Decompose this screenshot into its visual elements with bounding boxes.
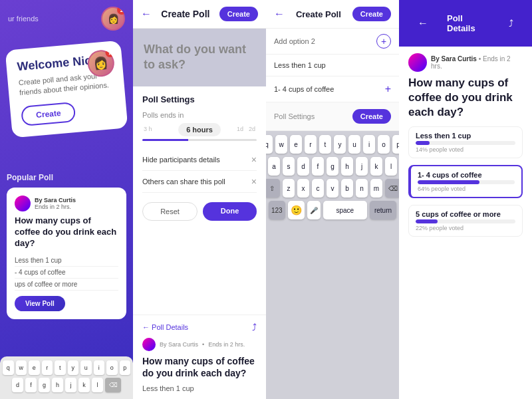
- key-i[interactable]: i: [94, 360, 105, 375]
- hide-participants-toggle[interactable]: Hide participants details ×: [142, 149, 257, 171]
- mini-poll-question: How many cups of coffee do you drink eac…: [142, 355, 257, 379]
- selected-time[interactable]: 6 hours: [178, 123, 221, 136]
- key-k[interactable]: k: [78, 378, 90, 392]
- back-from-options[interactable]: ←: [274, 8, 285, 20]
- kb-j[interactable]: j: [356, 157, 368, 176]
- kb-c[interactable]: c: [312, 179, 324, 198]
- kb-h[interactable]: h: [341, 157, 353, 176]
- key-w[interactable]: w: [16, 360, 27, 375]
- kb-r[interactable]: r: [305, 135, 317, 154]
- key-g[interactable]: g: [39, 378, 50, 392]
- kb-mic[interactable]: 🎤: [307, 201, 321, 219]
- details-author-row: By Sara Curtis • Ends in 2 hrs.: [399, 47, 532, 76]
- create-top-bar: ← Create Poll Create: [133, 0, 266, 29]
- popular-poll-section: Popular Poll By Sara Curtis Ends in 2 hr…: [7, 173, 126, 323]
- vote-option-3[interactable]: 5 cups of coffee or more 22% people vote…: [408, 205, 523, 237]
- kb-x[interactable]: x: [297, 179, 309, 198]
- keyboard-row-4: 123 🙂 🎤 space return: [269, 201, 396, 219]
- kb-emoji[interactable]: 🙂: [288, 201, 305, 219]
- kb-b[interactable]: b: [341, 179, 353, 198]
- kb-y[interactable]: y: [334, 135, 346, 154]
- details-author-meta: By Sara Curtis • Ends in 2 hrs.: [431, 55, 523, 70]
- key-y[interactable]: y: [68, 360, 79, 375]
- create-poll-title: Create Poll: [161, 9, 209, 19]
- question-area[interactable]: What do you want to ask?: [133, 29, 266, 86]
- poll-details-back[interactable]: ← Poll Details: [142, 323, 188, 331]
- poll-details-share-icon[interactable]: ⤴: [252, 322, 257, 332]
- key-f[interactable]: f: [25, 378, 37, 392]
- add-option-row: Add option 2 +: [266, 29, 399, 55]
- option-2-plus[interactable]: +: [385, 83, 391, 95]
- key-d[interactable]: d: [12, 378, 23, 392]
- vote-option-2[interactable]: 1- 4 cups of coffee 64% people voted: [408, 165, 523, 198]
- create-button-home[interactable]: Create: [21, 102, 76, 126]
- mini-dot: •: [202, 341, 204, 348]
- poll-settings-create-btn[interactable]: Create: [352, 109, 391, 124]
- kb-u[interactable]: u: [348, 135, 360, 154]
- key-r[interactable]: r: [42, 360, 53, 375]
- kb-o[interactable]: o: [378, 135, 390, 154]
- kb-g[interactable]: g: [327, 157, 338, 176]
- kb-m[interactable]: m: [370, 179, 382, 198]
- vote-option-1[interactable]: Less then 1 cup 14% people voted: [408, 126, 523, 158]
- poll-option-1: Less then 1 cup: [15, 255, 118, 267]
- kb-i[interactable]: i: [363, 135, 375, 154]
- done-button[interactable]: Done: [203, 202, 257, 221]
- author-name: By Sara Curtis: [35, 197, 76, 203]
- share-x[interactable]: ×: [251, 176, 257, 187]
- kb-f[interactable]: f: [312, 157, 324, 176]
- kb-l[interactable]: l: [385, 157, 397, 176]
- kb-k[interactable]: k: [370, 157, 382, 176]
- key-h[interactable]: h: [52, 378, 63, 392]
- share-toggle[interactable]: Others can share this poll ×: [142, 171, 257, 193]
- key-t[interactable]: t: [55, 360, 66, 375]
- key-e[interactable]: e: [29, 360, 40, 375]
- back-arrow-icon[interactable]: ←: [141, 8, 152, 20]
- kb-t[interactable]: t: [319, 135, 331, 154]
- create-poll-button[interactable]: Create: [219, 7, 258, 21]
- poll-settings-section: Poll Settings Polls ends in 3 h 6 hours …: [133, 86, 266, 315]
- poll-details-header: ← Poll Details ⤴: [399, 0, 532, 47]
- kb-d[interactable]: d: [297, 157, 309, 176]
- vote-bar-1-container: [416, 141, 515, 145]
- view-poll-button[interactable]: View Poll: [15, 296, 65, 311]
- vote-bar-2-container: [418, 180, 515, 184]
- keyboard-row-3: ⇧ z x c v b n m ⌫: [269, 179, 396, 198]
- key-j[interactable]: j: [65, 378, 76, 392]
- delete-key[interactable]: ⌫: [105, 378, 121, 392]
- hide-participants-x[interactable]: ×: [251, 154, 257, 165]
- kb-return[interactable]: return: [370, 201, 396, 219]
- kb-a[interactable]: a: [268, 157, 280, 176]
- vote-bar-1: [416, 141, 430, 145]
- details-back-arrow[interactable]: ←: [408, 11, 438, 36]
- kb-e[interactable]: e: [290, 135, 302, 154]
- time-label-1d: 1d: [237, 126, 243, 132]
- kb-w[interactable]: w: [275, 135, 287, 154]
- reset-button[interactable]: Reset: [142, 202, 198, 221]
- poll-ends: Ends in 2 hrs.: [35, 203, 76, 210]
- key-p[interactable]: p: [120, 360, 131, 375]
- options-create-button[interactable]: Create: [352, 7, 391, 21]
- poll-details-author-row: By Sara Curtis • Ends in 2 hrs.: [142, 338, 257, 351]
- key-o[interactable]: o: [106, 360, 118, 375]
- poll-settings-bar-label: Poll Settings: [274, 112, 315, 120]
- kb-shift[interactable]: ⇧: [264, 179, 280, 198]
- vote-percent-1: 14% people voted: [409, 146, 522, 158]
- poll-details-mini: ← Poll Details ⤴ By Sara Curtis • Ends i…: [133, 315, 266, 399]
- poll-settings-bar: Poll Settings Create: [266, 102, 399, 131]
- kb-z[interactable]: z: [283, 179, 295, 198]
- key-q[interactable]: q: [3, 360, 14, 375]
- kb-v[interactable]: v: [327, 179, 338, 198]
- kb-123[interactable]: 123: [269, 201, 285, 219]
- time-label-2d: 2d: [249, 126, 255, 132]
- key-u[interactable]: u: [80, 360, 92, 375]
- avatar[interactable]: 👩 2: [101, 7, 125, 31]
- kb-s[interactable]: s: [283, 157, 295, 176]
- kb-n[interactable]: n: [356, 179, 368, 198]
- add-option-plus[interactable]: +: [376, 34, 391, 49]
- option-1-text: Less then 1 cup: [274, 61, 326, 69]
- kb-space[interactable]: space: [323, 201, 367, 219]
- key-l[interactable]: l: [92, 378, 103, 392]
- details-share-icon[interactable]: ⤴: [499, 11, 523, 35]
- poll-question: How many cups of coffee do you drink eac…: [15, 215, 118, 249]
